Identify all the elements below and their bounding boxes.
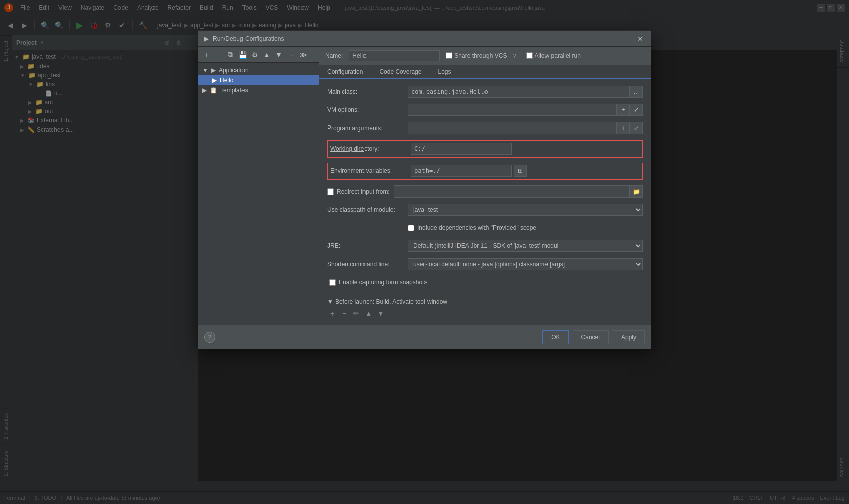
classpath-label: Use classpath of module: <box>327 206 408 213</box>
form-row-shorten-cmd: Shorten command line: user-local default… <box>327 258 643 271</box>
expand-arrow-templates: ▶ <box>202 87 207 94</box>
run-debug-dialog: ▶ Run/Debug Configurations ✕ + − ⧉ 💾 ⚙ ▲… <box>198 30 651 349</box>
bl-add-button[interactable]: + <box>327 308 337 319</box>
before-launch-section: ▼ Before launch: Build, Activate tool wi… <box>327 294 643 319</box>
vm-options-input[interactable] <box>408 104 617 116</box>
shorten-cmd-label: Shorten command line: <box>327 261 408 268</box>
vm-options-expand-button[interactable]: ⤢ <box>630 104 643 116</box>
hello-item-icon: ▶ <box>212 77 217 84</box>
dialog-title-text: Run/Debug Configurations <box>213 35 284 42</box>
dialog-body: + − ⧉ 💾 ⚙ ▲ ▼ → ≫ ▼ ▶ Application <box>198 47 651 325</box>
save-config-button[interactable]: 💾 <box>237 50 248 60</box>
name-label: Name: <box>325 52 343 59</box>
program-args-input[interactable] <box>408 122 617 134</box>
config-item-hello[interactable]: ▶ Hello <box>198 75 319 85</box>
dialog-title-bar: ▶ Run/Debug Configurations ✕ <box>198 31 651 47</box>
form-row-include-deps: Include dependencies with "Provided" sco… <box>327 221 643 234</box>
main-class-input[interactable] <box>408 86 630 98</box>
classpath-select[interactable]: java_test <box>408 204 643 216</box>
dialog-footer: ? OK Cancel Apply <box>198 325 651 349</box>
main-class-browse-button[interactable]: ... <box>630 86 643 98</box>
enable-snapshots-text: Enable capturing form snapshots <box>339 279 427 286</box>
include-deps-checkbox-label[interactable]: Include dependencies with "Provided" sco… <box>408 224 536 231</box>
env-vars-expand-button[interactable]: ⊞ <box>514 165 527 177</box>
tab-configuration[interactable]: Configuration <box>319 65 371 79</box>
program-args-expand-button[interactable]: ⤢ <box>630 122 643 134</box>
expand-arrow-application: ▼ <box>202 67 208 74</box>
bl-down-button[interactable]: ▼ <box>376 308 386 319</box>
main-class-browse-group: ... <box>630 86 643 98</box>
tab-code-coverage[interactable]: Code Coverage <box>371 65 430 78</box>
vm-options-add-button[interactable]: + <box>617 104 630 116</box>
share-vcs-label[interactable]: Share through VCS <box>446 52 507 59</box>
config-toolbar: + − ⧉ 💾 ⚙ ▲ ▼ → ≫ <box>198 47 319 63</box>
application-label: Application <box>219 67 249 74</box>
share-vcs-checkbox[interactable] <box>446 52 452 59</box>
templates-icon: 📋 <box>210 87 217 94</box>
settings-config-button[interactable]: ⚙ <box>250 50 260 60</box>
include-deps-checkbox[interactable] <box>408 225 414 231</box>
vcs-help-icon[interactable]: ? <box>513 53 516 59</box>
form-row-enable-snapshots: Enable capturing form snapshots <box>327 276 643 289</box>
before-launch-arrow[interactable]: ▼ <box>327 298 333 305</box>
program-args-label: Program arguments: <box>327 124 408 132</box>
allow-parallel-label[interactable]: Allow parallel run <box>526 52 581 59</box>
jre-select[interactable]: Default (IntelliJ IDEA Jbr 11 - SDK of '… <box>408 240 643 252</box>
enable-snapshots-label[interactable]: Enable capturing form snapshots <box>329 279 427 286</box>
config-left-panel: + − ⧉ 💾 ⚙ ▲ ▼ → ≫ ▼ ▶ Application <box>198 47 319 325</box>
apply-button[interactable]: Apply <box>613 330 645 344</box>
sort-button[interactable]: → <box>286 50 296 60</box>
name-input[interactable] <box>349 50 440 61</box>
bl-remove-button[interactable]: − <box>339 308 349 319</box>
expand-button[interactable]: ≫ <box>298 50 308 60</box>
form-row-program-args: Program arguments: + ⤢ <box>327 121 643 135</box>
form-row-main-class: Main class: ... <box>327 85 643 98</box>
before-launch-title: ▼ Before launch: Build, Activate tool wi… <box>327 298 643 305</box>
ok-button[interactable]: OK <box>542 330 568 344</box>
dialog-help-button[interactable]: ? <box>204 332 215 343</box>
config-tabs: Configuration Code Coverage Logs <box>319 65 651 79</box>
program-args-btn-group: + ⤢ <box>617 122 643 134</box>
form-row-classpath: Use classpath of module: java_test <box>327 203 643 216</box>
application-icon: ▶ <box>211 67 216 74</box>
tab-logs[interactable]: Logs <box>430 65 459 78</box>
remove-config-button[interactable]: − <box>213 50 223 60</box>
share-vcs-text: Share through VCS <box>454 52 507 59</box>
redirect-input-browse[interactable]: 📁 <box>630 185 643 198</box>
bl-edit-button[interactable]: ✏ <box>351 308 361 319</box>
include-deps-text: Include dependencies with "Provided" sco… <box>417 224 536 231</box>
env-vars-label: Environment variables: <box>330 167 411 174</box>
cancel-button[interactable]: Cancel <box>573 330 609 344</box>
copy-config-button[interactable]: ⧉ <box>225 50 235 60</box>
config-tree: ▼ ▶ Application ▶ Hello ▶ 📋 Templates <box>198 63 319 97</box>
add-config-button[interactable]: + <box>201 50 211 60</box>
redirect-input-label: Redirect input from: <box>337 188 390 195</box>
form-row-jre: JRE: Default (IntelliJ IDEA Jbr 11 - SDK… <box>327 239 643 253</box>
dialog-close-button[interactable]: ✕ <box>636 34 645 43</box>
config-form: Main class: ... VM options: + ⤢ <box>319 79 651 325</box>
config-section-templates[interactable]: ▶ 📋 Templates <box>198 85 319 95</box>
working-dir-input[interactable] <box>411 143 512 155</box>
move-down-button[interactable]: ▼ <box>274 50 284 60</box>
vm-options-btn-group: + ⤢ <box>617 104 643 116</box>
redirect-input-field[interactable] <box>394 185 630 198</box>
working-dir-label: Working directory: <box>330 145 411 152</box>
main-class-label: Main class: <box>327 88 408 95</box>
config-section-application[interactable]: ▼ ▶ Application <box>198 65 319 75</box>
env-vars-input[interactable] <box>411 165 512 177</box>
allow-parallel-checkbox[interactable] <box>526 52 533 59</box>
program-args-add-button[interactable]: + <box>617 122 630 134</box>
bl-up-button[interactable]: ▲ <box>363 308 374 319</box>
jre-label: JRE: <box>327 242 408 249</box>
form-row-redirect-input: Redirect input from: 📁 <box>327 185 643 198</box>
vm-options-label: VM options: <box>327 106 408 113</box>
redirect-input-checkbox-label[interactable]: Redirect input from: <box>327 188 390 195</box>
move-up-button[interactable]: ▲ <box>262 50 272 60</box>
form-row-env-vars: Environment variables: ⊞ <box>327 163 643 180</box>
enable-snapshots-checkbox[interactable] <box>329 279 336 286</box>
form-row-working-dir: Working directory: <box>327 140 643 158</box>
config-right-panel: Name: Share through VCS ? Allow parallel… <box>319 47 651 325</box>
redirect-input-checkbox[interactable] <box>327 188 334 195</box>
config-name-bar: Name: Share through VCS ? Allow parallel… <box>319 47 651 65</box>
shorten-cmd-select[interactable]: user-local default: none - java [options… <box>408 258 643 270</box>
